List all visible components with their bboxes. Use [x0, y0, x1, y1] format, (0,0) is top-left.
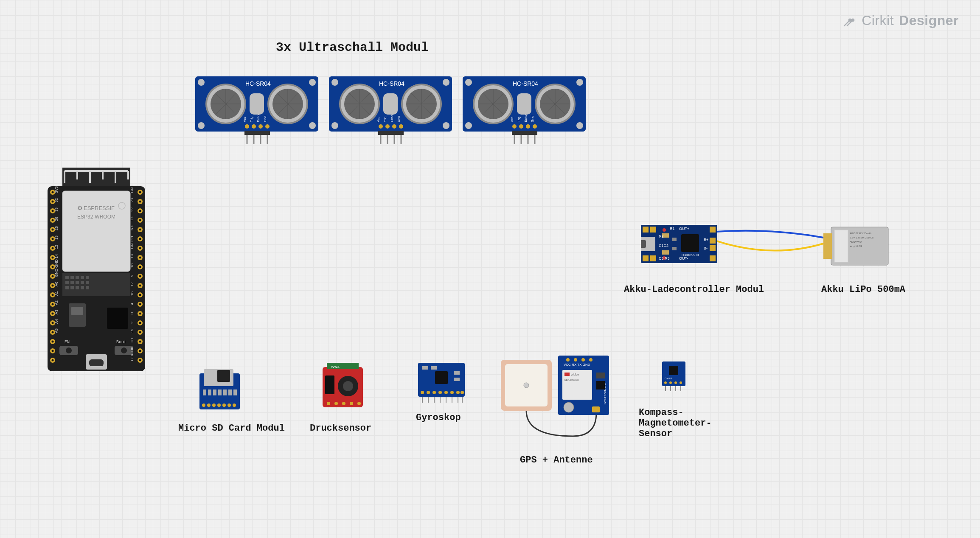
- svg-text:WWZ: WWZ: [331, 365, 340, 369]
- ultrasonic-sensor-3[interactable]: HC-SR04 Vcc Trig Echo Gnd: [463, 76, 586, 140]
- svg-text:15: 15: [130, 329, 134, 333]
- svg-text:EN: EN: [65, 340, 70, 345]
- svg-point-202: [385, 124, 390, 129]
- svg-text:OUT+: OUT+: [679, 227, 689, 231]
- svg-point-31: [121, 347, 127, 353]
- svg-rect-295: [218, 389, 222, 395]
- svg-text:C3 R3: C3 R3: [659, 256, 670, 261]
- svg-text:R1: R1: [670, 227, 675, 231]
- svg-point-238: [533, 124, 537, 129]
- espressif-text: ⚙: [77, 205, 83, 211]
- svg-rect-16: [76, 281, 79, 284]
- svg-point-170: [265, 124, 270, 129]
- label-charger: Akku-Ladecontroller Modul: [624, 284, 764, 295]
- svg-point-319: [438, 391, 442, 394]
- svg-point-76: [52, 219, 54, 221]
- svg-point-358: [674, 381, 677, 384]
- svg-point-109: [139, 350, 141, 352]
- svg-rect-277: [834, 230, 848, 262]
- micro-sd-module[interactable]: [199, 369, 240, 412]
- svg-point-99: [139, 257, 141, 259]
- svg-point-94: [139, 210, 141, 212]
- svg-point-290: [227, 404, 231, 407]
- svg-rect-11: [76, 276, 79, 279]
- svg-point-105: [139, 313, 141, 315]
- svg-text:18: 18: [130, 263, 134, 268]
- svg-rect-313: [431, 366, 437, 370]
- svg-point-97: [139, 238, 141, 240]
- gyroscope-module[interactable]: [418, 363, 465, 404]
- svg-point-334: [524, 383, 529, 388]
- svg-text:17: 17: [130, 282, 134, 286]
- ultrasonic-sensor-1[interactable]: HC-SR04 Vcc Trig Echo Gnd: [195, 76, 318, 140]
- lipo-battery[interactable]: AEC 02325 25mAh 3.7V 1.85Wh 201905 AEC/K…: [823, 225, 889, 267]
- svg-point-318: [432, 391, 436, 394]
- svg-text:21: 21: [130, 235, 134, 240]
- svg-point-304: [327, 402, 330, 405]
- svg-point-322: [456, 391, 460, 394]
- svg-point-148: [309, 79, 316, 86]
- svg-text:NEO-6M-0-001: NEO-6M-0-001: [564, 379, 579, 381]
- svg-text:13: 13: [54, 235, 59, 240]
- svg-point-182: [443, 79, 449, 86]
- svg-point-82: [52, 275, 54, 277]
- svg-text:ESPRESSIF: ESPRESSIF: [84, 205, 115, 211]
- svg-point-0: [849, 19, 851, 21]
- svg-rect-314: [454, 371, 460, 375]
- svg-text:4: 4: [130, 303, 134, 305]
- lipo-charger-module[interactable]: R1 OUT+ R2 B+ B- C1C2 C3 R3 OUT- 03962A …: [641, 225, 717, 263]
- svg-text:Vcc: Vcc: [243, 117, 247, 122]
- svg-point-1: [852, 19, 854, 21]
- svg-rect-20: [70, 286, 74, 289]
- svg-rect-199: [383, 93, 398, 115]
- svg-text:23: 23: [130, 198, 134, 202]
- svg-point-201: [379, 124, 383, 129]
- svg-text:AEC 02325 25mAh: AEC 02325 25mAh: [850, 232, 871, 235]
- svg-point-85: [52, 303, 54, 305]
- svg-point-359: [680, 381, 682, 384]
- svg-rect-259: [681, 234, 699, 252]
- svg-rect-9: [65, 276, 69, 279]
- svg-point-103: [139, 294, 141, 296]
- svg-point-307: [350, 402, 353, 405]
- svg-text:Vcc: Vcc: [376, 117, 380, 122]
- svg-text:B+: B+: [704, 238, 708, 242]
- svg-text:▲ △ ☒ CE: ▲ △ ☒ CE: [850, 245, 862, 247]
- svg-rect-15: [70, 281, 74, 284]
- svg-rect-293: [208, 389, 211, 395]
- svg-point-91: [52, 359, 54, 361]
- svg-point-321: [450, 391, 454, 394]
- svg-point-184: [443, 122, 449, 129]
- svg-point-110: [139, 359, 141, 361]
- svg-text:Echo: Echo: [524, 114, 528, 122]
- pressure-sensor[interactable]: WWZ: [323, 363, 363, 409]
- svg-point-75: [52, 210, 54, 212]
- label-gyro: Gyroskop: [416, 412, 461, 423]
- svg-rect-34: [89, 359, 104, 366]
- svg-text:Gnd: Gnd: [263, 116, 267, 122]
- gps-module[interactable]: VCC RX TX GND u-blox NEO-6M-0-001 GYGPSV…: [501, 356, 613, 419]
- svg-rect-311: [435, 371, 448, 384]
- svg-text:Trig: Trig: [517, 117, 521, 122]
- svg-rect-179: [244, 131, 270, 135]
- svg-text:3V3: 3V3: [54, 186, 59, 193]
- svg-point-93: [139, 201, 141, 203]
- svg-point-100: [139, 266, 141, 268]
- svg-point-237: [526, 124, 530, 129]
- ultrasonic-sensor-2[interactable]: HC-SR04 Vcc Trig Echo Gnd: [329, 76, 452, 140]
- label-pressure: Drucksensor: [310, 423, 371, 434]
- svg-point-106: [139, 322, 141, 324]
- svg-point-108: [139, 341, 141, 343]
- svg-text:CLK: CLK: [130, 353, 134, 361]
- svg-point-218: [576, 122, 583, 129]
- svg-rect-346: [564, 373, 570, 376]
- svg-text:AEC/KWD: AEC/KWD: [850, 241, 862, 243]
- svg-point-107: [139, 331, 141, 333]
- esp32-devkit[interactable]: ⚙ ESPRESSIF ESP32-WROOM EN Boot: [39, 168, 154, 371]
- svg-rect-10: [70, 276, 74, 279]
- svg-point-168: [252, 124, 256, 129]
- svg-text:16: 16: [130, 291, 134, 296]
- svg-text:GY-48: GY-48: [665, 377, 672, 380]
- compass-magnetometer[interactable]: GY-48: [662, 361, 685, 391]
- svg-point-104: [139, 303, 141, 305]
